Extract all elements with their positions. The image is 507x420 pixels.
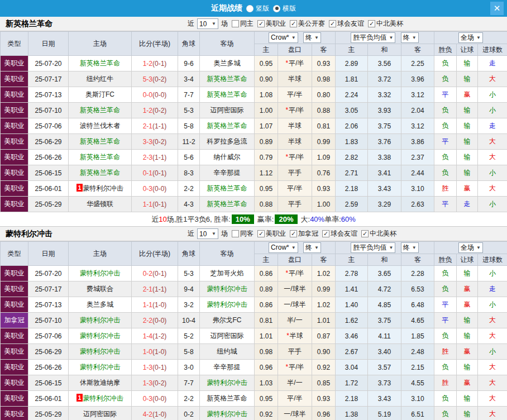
goals-result-cell: 小 [478,266,507,281]
league-checkbox[interactable]: ✓ [290,230,297,237]
match-date: 25-06-01 [28,391,69,407]
same-venue-checkbox[interactable] [232,230,239,237]
halftime-score: (0-0) [152,185,166,193]
score-cell: 4-2(1-0) [132,407,178,420]
handicap-line-cell: 平/半 [278,181,312,197]
match-row: 美职业25-07-13奥兰多城1-1(1-0)3-2蒙特利尔冲击0.86一/球半… [1,297,507,313]
home-odds-cell: 0.88 [255,197,278,212]
home-team-name: 波特兰伐木者 [80,122,120,130]
wdl-result-cell: 负 [434,71,457,87]
team-section-away: 蒙特利尔冲击 近10▼场同客✓美职业✓加拿冠✓球会友谊✓中北美杯 类型 日期 主… [0,227,507,420]
fulltime-score: 1-2 [143,107,152,114]
scope-select[interactable]: 全场▼ [458,242,483,253]
avg-odds-select[interactable]: 胜平负均值▼ [351,32,395,43]
score-cell: 3-3(0-2) [132,134,178,150]
away-odds-cell: 1.02 [312,266,336,281]
final-avg-select[interactable]: 终▼ [401,32,419,43]
home-team-cell: 1蒙特利尔冲击 [69,181,132,197]
wdl-result-cell: 负 [434,165,457,181]
halftime-score: (0-0) [152,91,166,99]
league-type-cell: 美职业 [1,391,28,407]
home-odds-cell: 0.89 [255,281,278,297]
home-team-cell: 新英格兰革命 [69,56,132,71]
league-checkbox[interactable]: ✓ [361,230,369,237]
home-odds-cell: 0.79 [255,150,278,165]
match-date: 25-07-17 [28,281,69,297]
goals-result-cell: 走 [478,281,507,297]
close-button[interactable]: ✕ [490,2,504,15]
away-team-name: 奥兰多城 [214,59,241,67]
home-team-name: 纽约红牛 [87,75,113,83]
handicap-line-text: 平/半 [289,106,304,114]
league-type-cell: 美职业 [1,297,28,313]
home-odds-cell: 0.90 [255,71,278,87]
home-team-name: 新英格兰革命 [80,153,120,161]
col-odds-home: 主 [255,44,278,56]
match-date: 25-07-13 [28,87,69,103]
avg-home-cell: 2.78 [336,266,368,281]
radio-unchecked-icon [246,5,253,12]
col-home: 主场 [69,32,132,56]
home-team-cell: 蒙特利尔冲击 [69,344,132,360]
handicap-result-cell: 输 [457,118,478,134]
score-cell: 1-4(1-2) [132,328,178,344]
away-team-cell: 新英格兰革命 [200,181,255,197]
recent-count-select[interactable]: 10▼ [197,228,218,239]
league-type-cell: 美职业 [1,328,28,344]
avg-odds-select[interactable]: 胜平负均值▼ [351,242,395,253]
dropdown-arrow-icon: ▼ [314,245,319,250]
wdl-result-cell: 负 [434,56,457,71]
bookmaker-select[interactable]: Crow*▼ [269,242,298,253]
dropdown-arrow-icon: ▼ [476,245,481,250]
live-star-icon: * [285,363,288,371]
layout-vertical-radio[interactable]: 竖版 [246,4,269,13]
wdl-result-cell: 负 [434,328,457,344]
wdl-result-cell: 负 [434,281,457,297]
away-team-cell: 新英格兰革命 [200,197,255,212]
scope-controls: 全场▼ [434,32,507,44]
final-odds-select[interactable]: 终▼ [303,242,321,253]
home-team-name: 奥兰多城 [87,300,113,308]
bookmaker-select[interactable]: Crow*▼ [269,32,298,43]
scope-select[interactable]: 全场▼ [458,32,483,43]
handicap-result-cell: 赢 [457,375,478,391]
away-team-cell: 蒙特利尔冲击 [200,407,255,420]
recent-matches-table: 类型 日期 主场 比分(半场) 角球 客场 Crow*▼ 终▼ 胜平负均值▼ 终… [0,31,507,212]
avg-draw-cell: 3.76 [368,134,401,150]
league-checkbox[interactable]: ✓ [290,20,297,27]
rank-badge: 1 [76,184,82,192]
fulltime-score: 2-3 [143,154,152,161]
corner-cell: 5-8 [178,344,200,360]
col-odds-line: 盘口 [278,44,312,56]
final-avg-select[interactable]: 终▼ [401,242,419,253]
handicap-line-cell: 半球 [278,71,312,87]
avg-draw-cell: 3.41 [368,165,401,181]
score-cell: 1-2(0-2) [132,103,178,118]
recent-count-value: 10 [199,230,207,238]
avg-home-cell: 1.81 [336,71,368,87]
avg-draw-cell: 3.57 [368,360,401,375]
away-team-cell: 纽约城 [200,344,255,360]
score-cell: 1-3(0-2) [132,375,178,391]
home-team-cell: 华盛顿联 [69,197,132,212]
avg-draw-cell: 5.19 [368,407,401,420]
fulltime-score: 5-3 [143,75,152,83]
recent-count-select[interactable]: 10▼ [197,18,218,29]
final-odds-select[interactable]: 终▼ [303,32,321,43]
league-checkbox[interactable]: ✓ [368,20,375,27]
league-checkbox[interactable]: ✓ [329,20,336,27]
match-row: 美职业25-05-29华盛顿联1-1(0-1)4-3新英格兰革命0.88平手1.… [1,197,507,212]
league-checkbox[interactable]: ✓ [257,230,265,237]
away-team-cell: 奥兰多城 [200,56,255,71]
avg-away-cell: 2.44 [401,165,434,181]
avg-home-cell: 2.18 [336,181,368,197]
window-title: 近期战绩 [211,3,242,13]
final-avg-select-value: 终 [403,33,410,42]
league-checkbox[interactable]: ✓ [257,20,265,27]
same-venue-checkbox[interactable] [232,20,239,27]
layout-horizontal-radio[interactable]: 横版 [273,4,296,13]
avg-home-cell: 2.59 [336,197,368,212]
league-checkbox[interactable]: ✓ [322,230,329,237]
handicap-line-cell: 一/球半 [278,407,312,420]
halftime-score: (0-1) [152,270,166,278]
